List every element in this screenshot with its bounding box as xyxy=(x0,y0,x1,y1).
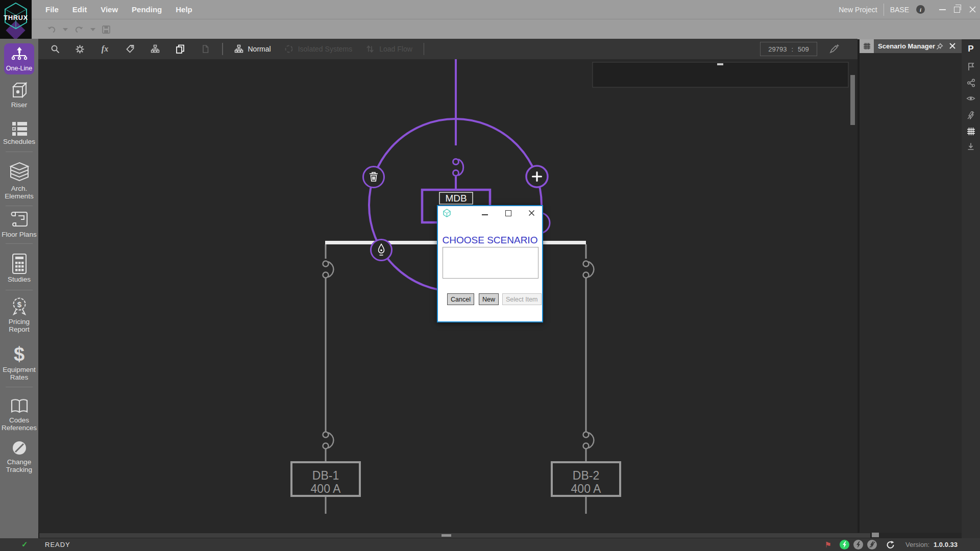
refresh-icon[interactable] xyxy=(886,541,895,549)
quick-access-bar xyxy=(0,19,980,39)
sidebar-item-schedules[interactable]: Schedules xyxy=(0,120,38,145)
info-icon[interactable]: i xyxy=(916,5,925,14)
one-line-icon xyxy=(10,46,29,60)
menu-edit[interactable]: Edit xyxy=(72,5,87,14)
redo-dropdown-icon[interactable] xyxy=(90,28,95,31)
menu-view[interactable]: View xyxy=(101,5,118,14)
sidebar-item-label: Floor Plans xyxy=(0,231,38,238)
edit-wand-icon[interactable] xyxy=(828,43,840,55)
sidebar-divider xyxy=(6,290,33,290)
normal-mode-icon xyxy=(234,44,243,54)
panel-title: Scenario Manager xyxy=(878,42,935,50)
codes-references-icon xyxy=(9,397,30,415)
app-window: File Edit View Pending Help New Project … xyxy=(0,0,980,551)
dialog-app-icon xyxy=(443,209,451,217)
new-button[interactable]: New xyxy=(479,293,499,305)
cancel-button[interactable]: Cancel xyxy=(447,293,474,305)
flag-tool-icon[interactable] xyxy=(962,62,980,71)
scenario-manager-panel: Scenario Manager xyxy=(860,39,962,533)
sidebar-item-label: Pricing Report xyxy=(0,318,38,333)
menu-file[interactable]: File xyxy=(45,5,59,14)
menu-help[interactable]: Help xyxy=(176,5,192,14)
restore-icon[interactable] xyxy=(954,7,960,13)
add-button[interactable] xyxy=(526,166,548,187)
sidebar-item-label: Studies xyxy=(0,276,38,283)
minimize-icon[interactable] xyxy=(939,9,946,10)
flag-status-icon[interactable]: ⚑ xyxy=(825,540,831,549)
profile-name[interactable]: BASE xyxy=(890,6,909,14)
sidebar-item-pricing-report[interactable]: $ Pricing Report xyxy=(0,296,38,333)
undo-icon[interactable] xyxy=(47,26,56,33)
search-icon[interactable] xyxy=(42,44,67,54)
panel-close-icon[interactable] xyxy=(949,43,955,49)
redo-icon[interactable] xyxy=(75,26,84,33)
dialog-maximize-icon[interactable] xyxy=(505,210,511,216)
canvas-scroll-row xyxy=(39,533,980,538)
sidebar-nav: One-Line Riser Schedules xyxy=(0,39,38,538)
sidebar-item-equipment-rates[interactable]: $ Equipment Rates xyxy=(0,343,38,381)
titlebar-divider xyxy=(884,4,884,16)
edit-pen-button[interactable] xyxy=(371,240,392,261)
toolbar-divider xyxy=(424,43,425,55)
splitter-handle[interactable] xyxy=(872,533,879,537)
menu-bar: File Edit View Pending Help New Project … xyxy=(0,0,980,19)
sidebar-item-one-line[interactable]: One-Line xyxy=(4,43,34,74)
sidebar-item-label: Riser xyxy=(0,101,38,109)
mode-normal-label: Normal xyxy=(248,45,271,53)
hscroll-thumb[interactable] xyxy=(442,534,451,537)
dialog-close-icon[interactable] xyxy=(528,210,535,216)
close-icon[interactable] xyxy=(969,6,976,13)
hierarchy-icon[interactable] xyxy=(142,44,167,54)
drawing-toolbar: fx Normal Isol xyxy=(38,39,857,59)
incoming-feeder[interactable] xyxy=(453,59,463,190)
panel-db2[interactable]: DB-2 400 A xyxy=(552,462,620,496)
select-item-button: Select Item xyxy=(502,293,542,305)
coord-x: 29793 xyxy=(768,45,787,53)
sidebar-item-label: Schedules xyxy=(0,138,38,145)
delete-button[interactable] xyxy=(363,167,384,188)
p-logo[interactable]: P xyxy=(962,44,980,54)
project-name: New Project xyxy=(839,6,877,14)
scenario-manager-icon[interactable] xyxy=(962,127,980,136)
version-label: Version: xyxy=(905,541,929,548)
sidebar-item-floor-plans[interactable]: Floor Plans xyxy=(0,209,38,238)
visibility-eye-icon[interactable] xyxy=(962,95,980,102)
toolbar-divider xyxy=(222,43,223,55)
deenergized-status-icon[interactable] xyxy=(867,540,877,549)
sidebar-item-riser[interactable]: Riser xyxy=(0,81,38,109)
status-bar: ✓ READY ⚑ Version: 1.0.0.33 xyxy=(0,538,980,551)
sidebar-item-arch-elements[interactable]: Arch. Elements xyxy=(0,161,38,200)
energized-icon[interactable] xyxy=(840,540,849,549)
sidebar-divider xyxy=(6,243,33,244)
minimap-panel[interactable] xyxy=(593,62,848,87)
mode-load-flow-label: Load Flow xyxy=(379,45,412,53)
scenario-manager-header: Scenario Manager xyxy=(860,39,962,53)
choose-scenario-dialog: CHOOSE SCENARIO Cancel New Select Item xyxy=(437,205,543,322)
scenario-listbox[interactable] xyxy=(443,247,538,279)
sidebar-item-codes-references[interactable]: Codes References xyxy=(0,397,38,432)
deenergized-icon[interactable] xyxy=(962,111,980,120)
mode-normal[interactable]: Normal xyxy=(228,44,278,54)
dialog-minimize-icon[interactable] xyxy=(482,214,488,215)
copy-icon[interactable] xyxy=(167,44,192,54)
minimap-handle[interactable] xyxy=(717,63,723,65)
svg-text:MDB: MDB xyxy=(445,193,467,204)
sidebar-item-studies[interactable]: Studies xyxy=(0,253,38,283)
formula-fx-icon[interactable]: fx xyxy=(92,44,117,54)
connections-icon[interactable] xyxy=(962,79,980,87)
partial-energized-icon[interactable] xyxy=(853,540,863,549)
save-icon[interactable] xyxy=(102,26,110,34)
canvas-vertical-scrollbar[interactable] xyxy=(850,75,855,125)
sidebar-item-label: Change Tracking xyxy=(0,458,38,473)
settings-gear-icon[interactable] xyxy=(67,44,92,54)
sidebar-item-change-tracking[interactable]: Change Tracking xyxy=(0,440,38,473)
arch-elements-icon xyxy=(9,161,30,184)
panel-db1[interactable]: DB-1 400 A xyxy=(291,462,360,496)
pin-icon[interactable] xyxy=(936,43,943,50)
undo-dropdown-icon[interactable] xyxy=(63,28,68,31)
download-icon[interactable] xyxy=(962,142,980,151)
menu-pending[interactable]: Pending xyxy=(132,5,162,14)
tag-icon[interactable] xyxy=(117,44,142,54)
mode-isolated-label: Isolated Systems xyxy=(298,45,353,53)
canvas-horizontal-scrollbar[interactable] xyxy=(39,533,870,538)
